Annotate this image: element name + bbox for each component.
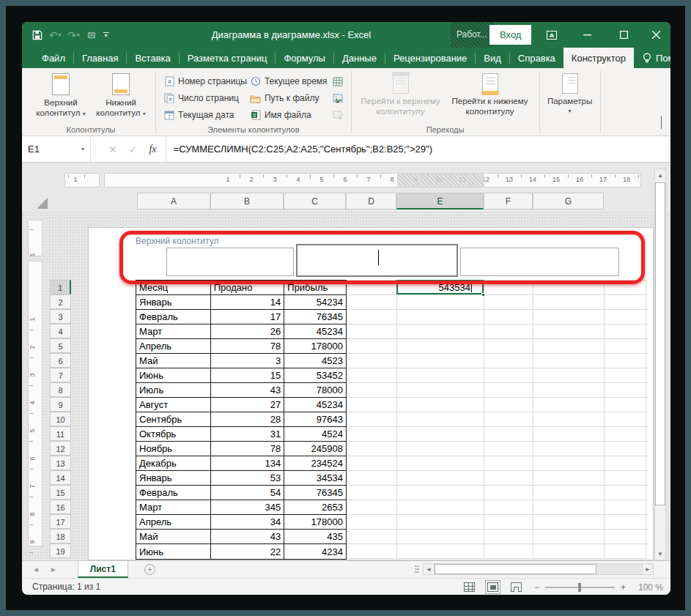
close-icon[interactable] — [640, 22, 670, 48]
cell[interactable]: 4523 — [284, 354, 346, 368]
cell[interactable]: 17 — [211, 310, 285, 324]
scroll-right-icon[interactable]: ► — [642, 563, 654, 575]
row-header-12[interactable]: 12 — [50, 441, 71, 456]
column-header-F[interactable]: F — [484, 193, 533, 209]
column-header-G[interactable]: G — [533, 193, 604, 209]
cell[interactable]: 4234 — [284, 544, 346, 559]
column-header-E[interactable]: E — [396, 193, 484, 209]
cell[interactable]: 78000 — [284, 383, 346, 397]
row-header-15[interactable]: 15 — [50, 485, 71, 500]
zoom-out-icon[interactable]: − — [534, 582, 539, 593]
select-all-corner[interactable] — [37, 198, 48, 209]
cell[interactable]: Март — [136, 324, 211, 338]
maximize-icon[interactable] — [607, 22, 640, 48]
cell[interactable]: Июль — [136, 383, 211, 397]
zoom-slider-thumb[interactable] — [578, 583, 581, 592]
footer-button[interactable]: Нижний колонтитул ▾ — [91, 71, 151, 119]
cell[interactable]: Январь — [136, 295, 211, 309]
header-button[interactable]: Верхний колонтитул ▾ — [31, 71, 91, 119]
current-time-button[interactable]: Текущее время — [250, 74, 328, 89]
cell[interactable]: 4524 — [284, 427, 346, 441]
sheet-tab-list1[interactable]: Лист1 — [78, 561, 128, 578]
scroll-left-icon[interactable]: ◄ — [423, 563, 435, 575]
cell[interactable]: 34534 — [284, 471, 346, 485]
row-header-5[interactable]: 5 — [50, 338, 71, 353]
ribbon-tab-6[interactable]: Рецензирование — [385, 48, 475, 68]
ribbon-tab-file[interactable]: Файл — [34, 48, 73, 68]
cell[interactable]: 134 — [211, 456, 285, 470]
cell[interactable]: 3 — [211, 354, 285, 368]
cell[interactable]: 31 — [211, 427, 285, 441]
ribbon-tab-5[interactable]: Данные — [334, 48, 385, 68]
cell[interactable]: Февраль — [136, 486, 211, 500]
cell[interactable]: 45234 — [284, 324, 346, 338]
cell[interactable]: Июнь — [136, 368, 211, 382]
add-sheet-button[interactable]: + — [144, 561, 155, 578]
minimize-icon[interactable] — [571, 22, 603, 48]
cell[interactable]: Октябрь — [136, 427, 211, 441]
cell[interactable]: 76345 — [284, 310, 346, 324]
column-header-A[interactable]: A — [137, 193, 210, 209]
cell[interactable]: 43 — [211, 530, 285, 543]
cell[interactable]: 53 — [211, 471, 285, 485]
prev-sheet-icon[interactable]: ◄ — [32, 565, 40, 574]
cell[interactable]: 15 — [211, 368, 285, 382]
format-picture-button[interactable] — [332, 108, 344, 122]
cell[interactable]: Январь — [136, 471, 211, 485]
cell[interactable]: 54234 — [284, 295, 346, 309]
account-badge[interactable]: Работ... — [451, 22, 493, 48]
cell[interactable]: 76345 — [284, 486, 346, 500]
zoom-in-icon[interactable]: + — [621, 582, 626, 593]
cell[interactable]: 27 — [211, 398, 285, 412]
assistant-tab[interactable]: Помощн — [634, 48, 670, 68]
ribbon-tab-8[interactable]: Справка — [510, 48, 563, 68]
cell[interactable]: 34 — [211, 515, 285, 529]
header-center-section[interactable] — [296, 244, 458, 277]
ribbon-display-options-icon[interactable] — [536, 22, 568, 48]
scroll-down-icon[interactable]: ▼ — [655, 548, 665, 560]
file-path-button[interactable]: Путь к файлу — [250, 91, 328, 105]
column-header-B[interactable]: B — [210, 193, 284, 209]
horizontal-scroll-thumb[interactable] — [435, 564, 596, 574]
goto-footer-button[interactable]: Перейти к нижнему колонтитулу — [446, 71, 535, 117]
column-header-C[interactable]: C — [284, 193, 346, 209]
name-box-dropdown-icon[interactable]: ▾ — [81, 146, 84, 152]
cell[interactable]: Май — [136, 354, 211, 368]
row-header-4[interactable]: 4 — [50, 324, 71, 338]
header-left-section[interactable] — [166, 248, 294, 276]
cell[interactable]: 26 — [211, 324, 285, 338]
ribbon-tab-9[interactable]: Конструктор — [563, 48, 634, 68]
horizontal-scrollbar[interactable]: ◄ ► — [423, 563, 654, 575]
cell[interactable]: Июнь — [136, 544, 211, 559]
sign-in-button[interactable]: Вход — [489, 25, 531, 45]
zoom-slider[interactable] — [545, 587, 615, 588]
cell[interactable]: 53452 — [284, 368, 346, 382]
cell[interactable]: 22 — [211, 544, 285, 559]
sheet-name-button[interactable] — [332, 74, 344, 89]
ribbon-tab-1[interactable]: Главная — [74, 48, 126, 68]
current-date-button[interactable]: 7 Текущая дата — [163, 108, 247, 122]
page-break-view-icon[interactable] — [511, 582, 522, 592]
cell[interactable]: Август — [136, 398, 211, 412]
row-header-7[interactable]: 7 — [50, 368, 71, 382]
cell[interactable]: Месяц — [136, 281, 211, 294]
picture-button[interactable] — [332, 91, 344, 105]
cell[interactable]: 28 — [211, 412, 285, 426]
tab-scroll-splitter[interactable] — [415, 565, 419, 574]
cell[interactable]: 2653 — [284, 500, 346, 514]
cell[interactable]: Апрель — [136, 339, 211, 353]
cell[interactable]: 245908 — [284, 442, 346, 456]
row-header-19[interactable]: 19 — [50, 543, 71, 558]
cell[interactable]: 97643 — [284, 412, 346, 426]
header-right-section[interactable] — [460, 248, 619, 276]
cell[interactable]: Март — [136, 500, 211, 514]
row-header-11[interactable]: 11 — [50, 426, 71, 441]
selected-cell-E1[interactable]: 543534 — [396, 280, 484, 294]
row-header-18[interactable]: 18 — [50, 529, 71, 543]
cell[interactable]: 45234 — [284, 398, 346, 412]
cell[interactable]: 54 — [211, 486, 285, 500]
cell[interactable]: 78 — [211, 339, 285, 353]
cell[interactable]: Май — [136, 530, 211, 543]
vertical-scroll-thumb[interactable] — [655, 182, 665, 505]
cell[interactable]: Ноябрь — [136, 442, 211, 456]
